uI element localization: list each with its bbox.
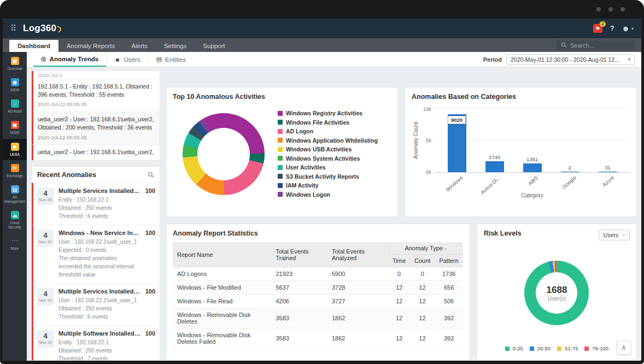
dashboard-subnav: ◎ Anomaly Trends ☻ Users ▤ Entities Peri… (27, 52, 641, 67)
categories-title: Anomalies Based on Categories (412, 93, 630, 101)
feed-partial-item: 2020-Jul-2 (32, 71, 160, 79)
recent-anomalies-list: 4 Nov 20 Multiple Services Installed On … (32, 183, 160, 360)
search-icon[interactable] (148, 172, 154, 178)
subtab-anomaly-trends[interactable]: ◎ Anomaly Trends (33, 52, 106, 67)
user-menu[interactable]: ☻ ▾ (622, 24, 634, 33)
period-range-input[interactable]: 2020-May-01 12:30:00 - 2020-Aug-01 12...… (506, 54, 635, 65)
legend-item[interactable]: User Activities (278, 164, 378, 171)
bar[interactable] (523, 163, 542, 172)
legend-item[interactable]: AD Logon (278, 128, 378, 134)
bar[interactable] (561, 172, 579, 172)
table-row[interactable]: Windows - File Read420637271212506 (173, 295, 463, 308)
y-axis-ticks: 10k 5k 0k (419, 108, 435, 173)
tab-dashboard[interactable]: Dashboard (9, 40, 58, 52)
sidebar-item-siem[interactable]: ◉ SIEM (3, 74, 27, 96)
recent-anomaly-item[interactable]: 4 Nov 20 Multiple Services Installed On … (32, 183, 160, 225)
recent-anomaly-item[interactable]: 4 Nov 20 Windows - New Service Installed… (32, 225, 160, 283)
date-badge: 4 Nov 20 (37, 230, 54, 247)
legend-item[interactable]: 76-100 (584, 345, 608, 351)
sidebar-item-cloud-security[interactable]: ☁ Cloud Security (3, 207, 27, 233)
top10-donut-chart (183, 113, 265, 195)
sidebar-item-ueba[interactable]: ☻ UEBA (3, 139, 27, 160)
feed-item[interactable]: 192.168.5.1 - Entity : 192.168.5.1, Obta… (32, 79, 160, 111)
tab-support[interactable]: Support (195, 40, 233, 52)
tab-anomaly-reports[interactable]: Anomaly Reports (58, 40, 123, 52)
sidebar-item-ad-audit[interactable]: ◌ AD Audit (3, 96, 27, 117)
help-icon[interactable]: ? (610, 25, 614, 32)
sidebar-item-more[interactable]: ⋯ More (3, 233, 27, 254)
window-menu-dot[interactable] (608, 7, 613, 11)
global-search[interactable] (557, 40, 635, 50)
anomaly-alert-feed: 2020-Jul-2 192.168.5.1 - Entity : 192.16… (31, 71, 160, 161)
recent-anomaly-item[interactable]: 4 Nov 20 Multiple Services Installed By … (32, 283, 160, 325)
legend-swatch (278, 147, 283, 152)
main-nav: Dashboard Anomaly Reports Alerts Setting… (3, 38, 641, 52)
legend-swatch (278, 120, 283, 125)
risk-donut-chart: 1688 User(s) (524, 261, 589, 325)
sidebar-item-ad-management[interactable]: ▤ AD Management (3, 181, 27, 207)
sidebar-item-overview[interactable]: ▦ Overview (3, 53, 27, 74)
risk-title: Risk Levels (484, 230, 522, 237)
bar-plot-area: 9020 1740 1351 (435, 108, 630, 173)
legend-swatch (505, 347, 510, 351)
tab-settings[interactable]: Settings (156, 40, 195, 52)
risk-filter-select[interactable]: Users ▾ (599, 230, 630, 240)
app-logo: Log360 (23, 23, 56, 34)
app-grid-icon[interactable]: ⠿ (10, 24, 16, 33)
legend-item[interactable]: S3 Bucket Activity Reports (278, 173, 378, 180)
col-pattern: Pattern (435, 255, 462, 267)
feed-item[interactable]: ueba_user2 - User : 192.168.6.1\ueba_use… (32, 144, 160, 160)
window-menu-dot[interactable] (620, 7, 625, 11)
legend-item[interactable]: Windows Application Whitelisting (278, 137, 378, 144)
sidebar-item-m365[interactable]: ▣ M365 (3, 117, 27, 138)
bar-value-label: 1351 (526, 156, 538, 162)
anomaly-score: 100 (145, 187, 155, 220)
legend-item[interactable]: IAM Activity (278, 182, 378, 189)
recent-anomaly-item[interactable]: 4 Nov 20 Multiple Software Installed On … (32, 325, 160, 360)
stats-title: Anomaly Report Statistics (173, 230, 463, 237)
period-label: Period (483, 56, 502, 63)
bar-column: 31 (594, 108, 622, 172)
legend-item[interactable]: Windows System Activities (278, 155, 378, 162)
legend-item[interactable]: Windows Registry Activities (278, 110, 378, 116)
scroll-top-button[interactable]: ∧ (617, 340, 631, 355)
log360-app: ⠿ Log360 ⚑ 2 ? ☻ ▾ Dashboard Anomaly Rep… (3, 19, 641, 361)
bar-value-label: 9020 (448, 116, 466, 124)
legend-item[interactable]: Windows USB Activities (278, 146, 378, 152)
user-avatar-icon: ☻ (622, 24, 630, 33)
legend-item[interactable]: Windows File Activities (278, 119, 378, 126)
legend-item[interactable]: Windows Logon (278, 191, 378, 198)
sidebar-item-exchange[interactable]: ✉ Exchange (3, 160, 27, 181)
anomaly-title: Multiple Services Installed On ... (58, 187, 141, 194)
anomaly-trends-icon: ◎ (41, 55, 46, 62)
table-row[interactable]: AD Logons219235900001736 (173, 267, 463, 281)
search-icon (561, 42, 567, 48)
search-input[interactable] (570, 42, 630, 49)
legend-item[interactable]: 51-75 (557, 345, 578, 351)
recent-anomalies-card: Recent Anomalies 4 Nov 20 (31, 166, 160, 361)
date-badge: 4 Nov 20 (37, 330, 54, 348)
col-time: Time (388, 255, 410, 267)
notification-icon[interactable]: ⚑ 2 (593, 24, 602, 33)
table-row[interactable]: Windows - Removable Disk Deletes35831862… (173, 308, 463, 328)
siem-icon: ◉ (11, 78, 19, 86)
anomaly-title: Multiple Software Installed On ... (58, 330, 141, 337)
feed-item[interactable]: ueba_user2 - User : 192.168.6.1\ueba_use… (32, 111, 160, 144)
tab-alerts[interactable]: Alerts (123, 40, 155, 52)
legend-item[interactable]: 26-50 (530, 345, 551, 351)
bar-value-label: 1740 (489, 154, 500, 160)
risk-levels-card: Risk Levels Users ▾ (477, 224, 637, 361)
subtab-entities[interactable]: ▤ Entities (148, 52, 194, 67)
legend-item[interactable]: 0-25 (505, 345, 523, 351)
bar[interactable] (599, 172, 617, 172)
table-row[interactable]: Windows - Removable Disk Deletes Failed3… (173, 328, 463, 349)
flag-icon: ⚑ (595, 26, 600, 32)
window-menu-dot[interactable] (596, 7, 601, 11)
subtab-users[interactable]: ☻ Users (106, 52, 148, 67)
bar-column: 2 (556, 108, 584, 172)
col-anomaly-type[interactable]: Anomaly Type ▾ (388, 242, 463, 255)
legend-swatch (278, 192, 283, 197)
table-row[interactable]: Windows - File Modified563737281212656 (173, 281, 463, 295)
anomaly-report-table: Report Name Total Events Trained Total E… (173, 242, 463, 349)
bar[interactable] (485, 161, 504, 172)
